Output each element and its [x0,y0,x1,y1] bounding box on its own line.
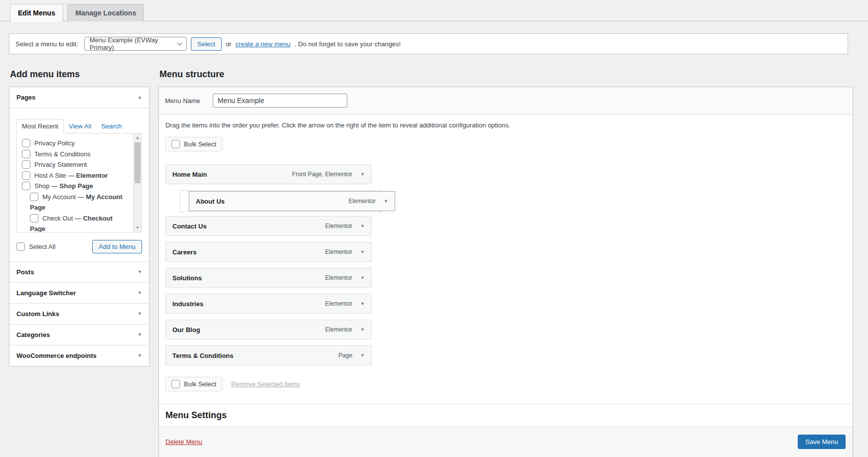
bulk-select-label: Bulk Select [184,140,216,148]
menu-structure-card: Menu Name Drag the items into the order … [158,87,853,457]
item-options-arrow-icon[interactable]: ▼ [360,302,365,306]
select-button[interactable]: Select [191,37,222,51]
add-menu-items-title: Add menu items [10,69,149,80]
item-options-arrow-icon[interactable]: ▼ [360,353,365,358]
expand-arrow-icon[interactable]: ▼ [138,333,142,337]
item-options-arrow-icon[interactable]: ▼ [360,276,365,280]
tab-most-recent[interactable]: Most Recent [16,119,64,133]
page-list-item: My Account — My Account Page [22,192,129,213]
menu-item[interactable]: Terms & ConditionsPage▼ [165,345,372,365]
nav-tab-bar: Edit Menus Manage Locations [0,0,868,21]
menu-item[interactable]: SolutionsElementor▼ [165,268,372,288]
page-checkbox[interactable] [30,193,38,201]
menu-structure-body: Drag the items into the order you prefer… [159,114,853,457]
page-label: Shop — Shop Page [34,182,93,190]
menu-item[interactable]: IndustriesElementor▼ [165,294,372,314]
page-checkbox[interactable] [22,160,30,169]
page-checkbox[interactable] [22,182,30,190]
menu-item-label: Terms & Conditions [172,352,234,359]
bulk-select-bottom[interactable]: Bulk Select [165,377,222,391]
panel-label: Custom Links [16,310,59,318]
item-type-label: Front Page, Elementor [292,171,352,178]
page-label: Privacy Policy [34,139,75,147]
scrollbar[interactable]: ▲ ▼ [133,133,142,232]
sidebar-panel-language-switcher[interactable]: Language Switcher▼ [9,282,149,303]
menu-item-dragging[interactable]: About UsElementor▼ [189,191,395,211]
item-options-arrow-icon[interactable]: ▼ [360,328,365,332]
menu-items-list: Home MainFront Page, Elementor▼About UsE… [165,164,372,365]
page-label: Privacy Statement [34,161,87,168]
menu-name-input[interactable] [213,94,347,108]
bulk-select-checkbox[interactable] [171,380,180,388]
create-new-menu-link[interactable]: create a new menu [235,40,290,48]
pages-panel-header[interactable]: Pages ▲ [9,87,149,108]
pages-list: Privacy PolicyTerms & ConditionsPrivacy … [22,138,129,232]
select-all-control[interactable]: Select All [16,242,55,251]
item-options-arrow-icon[interactable]: ▼ [360,224,365,228]
menu-item[interactable]: Contact UsElementor▼ [165,216,372,236]
tab-edit-menus[interactable]: Edit Menus [10,4,63,22]
menu-item-label: Home Main [172,171,207,178]
item-meta: Page▼ [338,352,365,359]
pages-tabs: Most Recent View All Search [16,119,142,133]
panel-label: WooCommerce endpoints [16,352,97,359]
item-type-label: Elementor [348,198,376,205]
select-all-label: Select All [29,243,55,250]
collapse-arrow-icon[interactable]: ▲ [138,95,142,100]
page-checkbox[interactable] [22,150,30,158]
menu-structure-title: Menu structure [159,69,853,80]
pages-panel-body: Most Recent View All Search Privacy Poli… [9,119,149,262]
item-meta: Elementor▼ [348,198,388,205]
scroll-down-icon[interactable]: ▼ [134,226,142,230]
tab-search[interactable]: Search [96,119,127,133]
collapsed-panels: Posts▼Language Switcher▼Custom Links▼Cat… [9,262,149,366]
menu-item[interactable]: Our BlogElementor▼ [165,320,372,340]
menu-name-label: Menu Name [165,97,200,105]
page-label: Host A Site — Elementor [34,172,108,179]
page-checkbox[interactable] [22,171,30,180]
remove-selected-items-link[interactable]: Remove Selected Items [231,380,300,388]
scrollbar-thumb[interactable] [135,142,141,183]
menu-item[interactable]: Home MainFront Page, Elementor▼ [165,164,372,184]
panel-label: Posts [16,268,34,276]
expand-arrow-icon[interactable]: ▼ [138,291,142,295]
menu-select-dropdown[interactable]: Menu Example (EVWay Primary) [84,37,187,51]
sidebar-panel-custom-links[interactable]: Custom Links▼ [9,303,149,324]
pages-list-box: Privacy PolicyTerms & ConditionsPrivacy … [16,133,142,232]
scroll-up-icon[interactable]: ▲ [134,135,142,140]
delete-menu-link[interactable]: Delete Menu [165,438,202,446]
tab-manage-locations[interactable]: Manage Locations [67,4,144,21]
sidebar-panel-woocommerce-endpoints[interactable]: WooCommerce endpoints▼ [9,345,149,366]
panel-label: Language Switcher [16,289,76,297]
chevron-down-icon [177,41,182,46]
item-options-arrow-icon[interactable]: ▼ [360,172,365,177]
bulk-select-checkbox[interactable] [171,140,180,148]
menu-item[interactable]: CareersElementor▼ [165,242,372,262]
expand-arrow-icon[interactable]: ▼ [138,270,142,274]
page-label: Check Out — Checkout Page [30,215,113,233]
tab-view-all[interactable]: View All [64,119,96,133]
item-type-label: Page [338,352,352,359]
page-list-item: Terms & Conditions [22,149,129,160]
item-meta: Elementor▼ [325,223,365,229]
select-all-row: Select All Add to Menu [9,232,149,261]
page-label: My Account — My Account Page [30,193,123,212]
menu-item-label: Solutions [172,274,202,282]
bulk-select-top[interactable]: Bulk Select [165,137,222,151]
item-options-arrow-icon[interactable]: ▼ [384,199,388,204]
expand-arrow-icon[interactable]: ▼ [138,353,142,358]
item-meta: Front Page, Elementor▼ [292,171,365,178]
add-to-menu-button[interactable]: Add to Menu [92,240,142,253]
sidebar-panel-categories[interactable]: Categories▼ [9,324,149,345]
page-checkbox[interactable] [22,139,30,147]
item-options-arrow-icon[interactable]: ▼ [360,250,365,254]
save-menu-button[interactable]: Save Menu [798,435,846,449]
sidebar-panel-posts[interactable]: Posts▼ [9,262,149,282]
expand-arrow-icon[interactable]: ▼ [138,312,142,316]
select-all-checkbox[interactable] [16,242,25,251]
item-type-label: Elementor [325,300,352,307]
bottom-actions-row: Bulk Select Remove Selected Items [165,377,845,391]
page-checkbox[interactable] [30,214,38,223]
page-list-item: Host A Site — Elementor [22,170,129,181]
menu-item-label: Our Blog [172,326,200,334]
